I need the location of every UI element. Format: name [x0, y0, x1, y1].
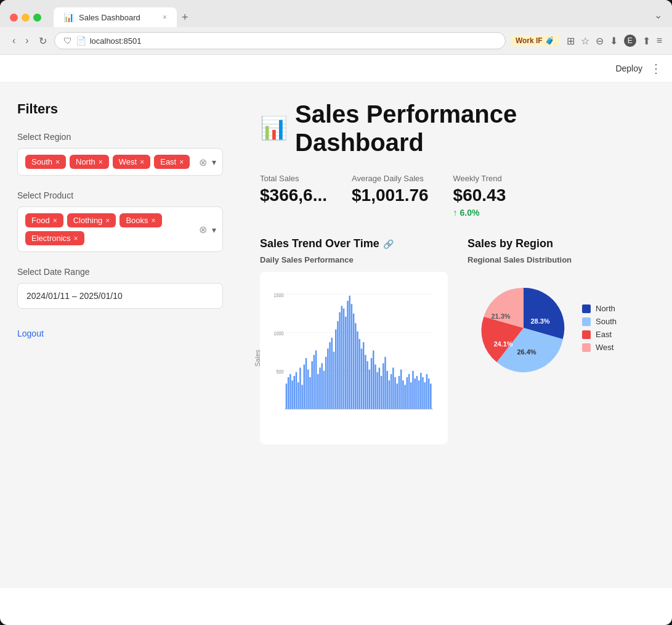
legend-item-east: East: [582, 330, 617, 339]
product-tag-books[interactable]: Books ×: [119, 213, 161, 227]
svg-rect-32: [335, 330, 336, 409]
tag-remove-west[interactable]: ×: [140, 158, 144, 166]
legend-dot-south: [582, 317, 591, 326]
tag-label: Electronics: [31, 234, 71, 243]
total-sales-value: $366,6...: [260, 186, 327, 205]
product-tag-food[interactable]: Food ×: [25, 213, 63, 227]
svg-rect-55: [381, 376, 382, 409]
svg-rect-25: [322, 363, 323, 409]
product-dropdown-button[interactable]: ▾: [212, 224, 216, 234]
url-bar: ‹ › ↻ 🛡 📄 localhost:8501 Work IF 🧳 ⊞ ☆ ⊖…: [0, 27, 672, 55]
svg-rect-69: [408, 374, 410, 409]
deploy-button[interactable]: Deploy: [615, 63, 642, 73]
region-tag-north[interactable]: North ×: [70, 155, 109, 169]
svg-rect-23: [317, 374, 318, 409]
work-badge: Work IF 🧳: [511, 35, 559, 46]
share-icon[interactable]: ⬆: [642, 35, 650, 47]
product-tag-electronics[interactable]: Electronics ×: [25, 231, 84, 245]
svg-rect-26: [323, 371, 325, 409]
svg-rect-65: [400, 370, 402, 409]
svg-rect-11: [294, 376, 295, 409]
svg-rect-64: [399, 376, 400, 409]
tag-remove-north[interactable]: ×: [99, 158, 103, 166]
grid-icon[interactable]: ⊞: [567, 35, 575, 47]
svg-rect-33: [337, 321, 338, 409]
tag-remove-clothing[interactable]: ×: [105, 216, 110, 225]
maximize-button[interactable]: [33, 14, 41, 22]
weekly-trend-pct: ↑ 6.0%: [453, 208, 506, 218]
svg-rect-49: [369, 370, 370, 409]
region-chart-title: Sales by Region: [468, 237, 652, 250]
region-filter-section: Select Region South × North × West: [17, 132, 223, 176]
svg-rect-28: [327, 349, 328, 409]
tag-remove-books[interactable]: ×: [152, 216, 156, 225]
region-tag-east[interactable]: East ×: [154, 155, 190, 169]
tag-remove-east[interactable]: ×: [179, 158, 184, 166]
refresh-button[interactable]: ↻: [36, 33, 49, 49]
svg-rect-77: [424, 382, 426, 409]
tag-remove-south[interactable]: ×: [55, 158, 60, 166]
back-button[interactable]: ‹: [10, 33, 18, 49]
tag-label: East: [160, 157, 176, 166]
tag-remove-food[interactable]: ×: [53, 216, 57, 225]
svg-rect-7: [286, 383, 287, 409]
region-tag-south[interactable]: South ×: [25, 155, 66, 169]
minimize-button[interactable]: [22, 14, 30, 22]
svg-rect-43: [357, 332, 358, 409]
svg-rect-61: [392, 368, 394, 409]
tag-label: North: [76, 157, 95, 166]
product-clear-button[interactable]: ⊗: [199, 224, 207, 235]
svg-rect-45: [361, 349, 362, 409]
region-filter-label: Select Region: [17, 132, 223, 142]
url-input-box[interactable]: 🛡 📄 localhost:8501: [54, 32, 506, 49]
product-tag-select[interactable]: Food × Clothing × Books × Electronics: [17, 206, 223, 252]
avg-daily-metric: Average Daily Sales $1,001.76: [352, 174, 429, 218]
menu-icon[interactable]: ≡: [657, 35, 662, 46]
total-sales-metric: Total Sales $366,6...: [260, 174, 327, 218]
date-range-input[interactable]: [17, 283, 223, 309]
region-tag-west[interactable]: West ×: [113, 155, 150, 169]
dashboard-title: Sales Performance Dashboard: [295, 100, 517, 157]
close-button[interactable]: [10, 14, 18, 22]
pocket-icon[interactable]: ⊖: [596, 35, 604, 47]
forward-button[interactable]: ›: [23, 33, 31, 49]
product-tags-row: Food × Clothing × Books × Electronics: [25, 213, 215, 245]
svg-rect-66: [402, 380, 403, 409]
legend-dot-east: [582, 330, 591, 339]
chart-link-icon[interactable]: 🔗: [383, 239, 394, 249]
legend-label-south: South: [596, 317, 617, 326]
tab-close-button[interactable]: ×: [163, 13, 167, 22]
tag-remove-electronics[interactable]: ×: [74, 234, 78, 243]
svg-rect-60: [391, 374, 392, 409]
window-collapse-icon[interactable]: ⌄: [654, 9, 662, 21]
svg-rect-70: [410, 382, 411, 409]
region-tag-select[interactable]: South × North × West × East: [17, 148, 223, 176]
svg-rect-58: [386, 371, 387, 409]
star-icon[interactable]: ☆: [581, 35, 589, 47]
svg-rect-73: [416, 376, 418, 409]
tag-label: South: [31, 157, 52, 166]
svg-rect-31: [333, 352, 334, 409]
dashboard-icon: 📊: [260, 115, 288, 141]
region-dropdown-button[interactable]: ▾: [212, 157, 216, 167]
region-clear-button[interactable]: ⊗: [199, 156, 207, 168]
logout-link[interactable]: Logout: [17, 329, 44, 338]
svg-rect-27: [325, 357, 326, 409]
svg-rect-19: [309, 377, 310, 409]
download-icon[interactable]: ⬇: [610, 35, 618, 47]
svg-rect-30: [331, 338, 333, 409]
profile-icon[interactable]: E: [624, 35, 636, 47]
svg-text:1000: 1000: [273, 330, 283, 337]
svg-rect-54: [379, 368, 380, 409]
new-tab-button[interactable]: +: [177, 9, 193, 27]
svg-rect-40: [351, 304, 352, 409]
active-tab[interactable]: 📊 Sales Dashboard ×: [54, 7, 177, 27]
svg-rect-35: [341, 306, 342, 409]
more-options-button[interactable]: ⋮: [650, 61, 662, 76]
product-tag-clothing[interactable]: Clothing ×: [67, 213, 116, 227]
tab-title: Sales Dashboard: [79, 13, 158, 22]
svg-rect-13: [298, 382, 299, 409]
region-chart-subtitle: Regional Sales Distribution: [468, 255, 652, 264]
svg-rect-20: [311, 361, 312, 409]
work-icon: 🧳: [545, 36, 554, 45]
